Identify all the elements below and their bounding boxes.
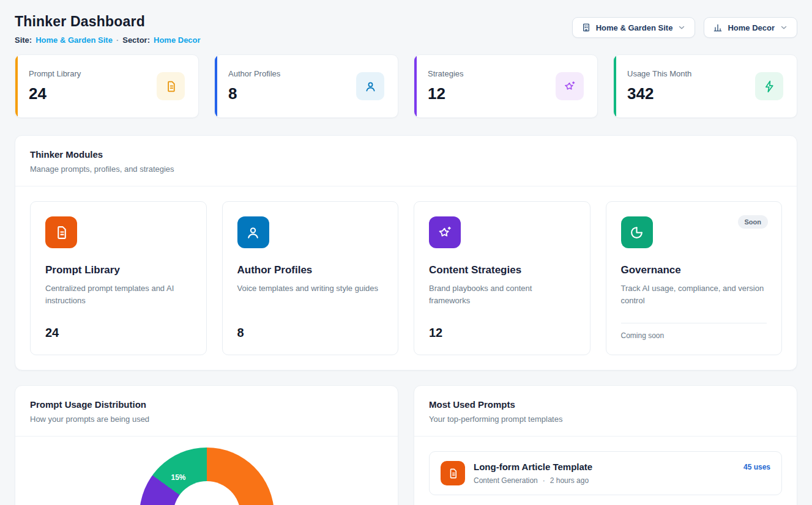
document-icon [45,216,77,248]
stat-label: Prompt Library [29,69,81,78]
modules-subtitle: Manage prompts, profiles, and strategies [30,164,782,174]
person-icon [237,216,269,248]
stat-value: 342 [627,84,691,103]
chart-subtitle: How your prompts are being used [30,415,383,424]
bottom-row: Prompt Usage Distribution How your promp… [15,385,797,505]
site-label: Site: [15,35,32,45]
donut-segment-label: 15% [171,473,186,482]
prompt-title: Long-form Article Template [474,462,735,472]
module-title: Prompt Library [45,264,192,276]
usage-distribution-card: Prompt Usage Distribution How your promp… [15,385,398,505]
prompt-category: Content Generation [474,476,538,485]
module-title: Governance [621,264,767,276]
stat-label: Strategies [428,69,464,78]
pie-chart-icon [621,216,653,248]
module-card-prompt-library[interactable]: Prompt Library Centralized prompt templa… [30,201,207,355]
most-used-subtitle: Your top-performing prompt templates [429,415,782,424]
site-dropdown[interactable]: Home & Garden Site [572,17,696,38]
separator-dot: · [543,476,545,485]
module-title: Author Profiles [237,264,384,276]
site-link[interactable]: Home & Garden Site [35,35,113,45]
modules-grid: Prompt Library Centralized prompt templa… [15,186,797,370]
module-card-governance[interactable]: Soon Governance Track AI usage, complian… [606,201,783,355]
stat-label: Usage This Month [627,69,691,78]
stat-card-strategies: Strategies 12 [414,54,598,118]
prompt-list-item[interactable]: Long-form Article Template Content Gener… [429,451,782,495]
chevron-down-icon [677,23,686,32]
donut-chart-wrap: 15% [140,448,274,505]
person-icon [356,72,384,100]
star-sparkle-icon [429,216,461,248]
module-count: 8 [237,326,384,340]
prompts-list: Long-form Article Template Content Gener… [414,437,797,505]
stat-card-usage: Usage This Month 342 [613,54,797,118]
page-title: Thinker Dashboard [15,13,201,30]
module-card-content-strategies[interactable]: Content Strategies Brand playbooks and c… [414,201,590,355]
site-dropdown-label: Home & Garden Site [596,23,673,32]
divider [15,436,398,437]
stat-value: 24 [29,84,81,103]
stat-card-author-profiles: Author Profiles 8 [214,54,398,118]
module-description: Track AI usage, compliance, and version … [621,282,767,307]
building-icon [581,23,591,32]
uses-count: 45 uses [743,463,770,471]
modules-title: Thinker Modules [30,149,782,160]
topbar: Thinker Dashboard Site: Home & Garden Si… [15,13,797,45]
thinker-modules-panel: Thinker Modules Manage prompts, profiles… [15,135,797,370]
most-used-title: Most Used Prompts [429,399,782,410]
module-description: Brand playbooks and content frameworks [429,282,575,307]
soon-badge: Soon [738,215,769,229]
most-used-prompts-card: Most Used Prompts Your top-performing pr… [414,385,797,505]
module-title: Content Strategies [429,264,575,276]
separator-dot: · [116,35,119,45]
stats-row: Prompt Library 24 Author Profiles 8 Stra… [15,54,797,118]
coming-soon-text: Coming soon [621,331,767,340]
document-icon [441,461,465,485]
stat-label: Author Profiles [228,69,280,78]
prompt-time: 2 hours ago [550,476,589,485]
module-card-author-profiles[interactable]: Author Profiles Voice templates and writ… [222,201,399,355]
stat-card-prompt-library: Prompt Library 24 [15,54,199,118]
bar-chart-icon [713,23,723,32]
module-description: Centralized prompt templates and AI inst… [45,282,192,307]
document-icon [157,72,185,100]
module-count: 24 [45,326,192,340]
sector-dropdown-label: Home Decor [728,23,775,32]
sector-link[interactable]: Home Decor [154,35,201,45]
dashboard-page: Thinker Dashboard Site: Home & Garden Si… [0,0,812,505]
stat-value: 12 [428,84,464,103]
lightning-icon [755,72,783,100]
star-sparkle-icon [556,72,584,100]
module-description: Voice templates and writing style guides [237,282,384,295]
chevron-down-icon [780,23,788,32]
divider [621,323,767,323]
sector-label: Sector: [122,35,150,45]
breadcrumb: Site: Home & Garden Site · Sector: Home … [15,35,201,45]
module-count: 12 [429,326,575,340]
sector-dropdown[interactable]: Home Decor [704,17,797,38]
chart-title: Prompt Usage Distribution [30,399,383,410]
stat-value: 8 [228,84,280,103]
